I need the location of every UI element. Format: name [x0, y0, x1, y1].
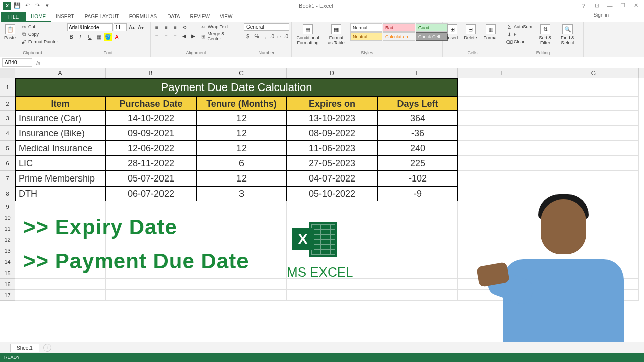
tab-file[interactable]: FILE — [1, 12, 26, 22]
wrap-text-button[interactable]: ↩Wrap Text — [199, 23, 239, 30]
cell[interactable] — [196, 234, 287, 245]
tab-review[interactable]: REVIEW — [185, 12, 214, 22]
cell[interactable] — [548, 97, 639, 111]
orientation-icon[interactable]: ⟲ — [180, 23, 188, 31]
add-sheet-button[interactable]: + — [43, 344, 51, 352]
close-icon[interactable]: ✕ — [630, 1, 642, 10]
align-right-icon[interactable]: ≡ — [171, 32, 179, 40]
sheet-tab-sheet1[interactable]: Sheet1 — [10, 344, 39, 352]
column-header-D[interactable]: D — [287, 68, 377, 78]
align-left-icon[interactable]: ≡ — [153, 32, 161, 40]
fill-button[interactable]: ⬇Fill — [505, 31, 533, 38]
column-header-A[interactable]: A — [15, 68, 106, 78]
decrease-font-icon[interactable]: A▾ — [137, 23, 145, 31]
decrease-decimal-icon[interactable]: ←.0 — [280, 32, 288, 40]
table-cell[interactable]: 6 — [196, 156, 287, 171]
cell[interactable] — [377, 245, 458, 256]
table-cell[interactable]: 12 — [196, 126, 287, 141]
column-header-C[interactable]: C — [196, 68, 287, 78]
row-header-16[interactable]: 16 — [0, 279, 15, 290]
select-all-corner[interactable] — [0, 68, 15, 78]
increase-decimal-icon[interactable]: .0→ — [271, 32, 279, 40]
row-header-4[interactable]: 4 — [0, 126, 15, 141]
row-header-10[interactable]: 10 — [0, 212, 15, 223]
table-header[interactable]: Tenure (Months) — [196, 97, 287, 111]
help-icon[interactable]: ? — [578, 1, 590, 10]
tab-insert[interactable]: INSERT — [51, 12, 79, 22]
cell[interactable] — [196, 223, 287, 234]
row-header-13[interactable]: 13 — [0, 245, 15, 256]
row-header-3[interactable]: 3 — [0, 111, 15, 126]
underline-button[interactable]: U — [86, 33, 94, 41]
table-cell[interactable]: 13-10-2023 — [287, 111, 377, 126]
table-cell[interactable]: 06-07-2022 — [106, 186, 196, 201]
fill-color-button[interactable]: 🪣 — [104, 33, 112, 41]
align-top-icon[interactable]: ≡ — [153, 23, 161, 31]
table-cell[interactable]: 28-11-2022 — [106, 156, 196, 171]
table-cell[interactable]: 05-07-2021 — [106, 171, 196, 186]
column-header-E[interactable]: E — [377, 68, 458, 78]
worksheet-grid[interactable]: ABCDEFG 1Payment Due Date Calculation2It… — [0, 68, 644, 350]
minimize-icon[interactable]: — — [604, 1, 616, 10]
table-cell[interactable]: 08-09-2022 — [287, 126, 377, 141]
cell[interactable] — [196, 212, 287, 223]
row-header-6[interactable]: 6 — [0, 156, 15, 171]
table-cell[interactable]: 3 — [196, 186, 287, 201]
column-header-F[interactable]: F — [458, 68, 548, 78]
ribbon-options-icon[interactable]: ⊡ — [591, 1, 603, 10]
row-header-14[interactable]: 14 — [0, 256, 15, 267]
row-header-11[interactable]: 11 — [0, 223, 15, 234]
cell[interactable] — [377, 256, 458, 267]
cell[interactable] — [458, 78, 548, 97]
table-header[interactable]: Expires on — [287, 97, 377, 111]
table-cell[interactable]: 240 — [377, 141, 458, 156]
table-cell[interactable]: 12 — [196, 171, 287, 186]
table-cell[interactable]: Insurance (Car) — [15, 111, 106, 126]
row-header-2[interactable]: 2 — [0, 97, 15, 111]
table-cell[interactable]: 14-10-2022 — [106, 111, 196, 126]
cell[interactable] — [106, 201, 196, 212]
number-format-select[interactable]: General — [244, 23, 289, 31]
font-name-select[interactable] — [67, 23, 113, 31]
cell[interactable] — [548, 126, 639, 141]
tab-view[interactable]: VIEW — [215, 12, 238, 22]
accounting-format-icon[interactable]: $ — [244, 32, 252, 40]
format-as-table-button[interactable]: ▦ Format as Table — [324, 23, 348, 46]
table-cell[interactable]: 12 — [196, 111, 287, 126]
cell[interactable] — [287, 279, 377, 290]
formula-input[interactable] — [45, 59, 644, 66]
insert-cells-button[interactable]: ⊞Insert — [445, 23, 460, 41]
find-select-button[interactable]: 🔍Find & Select — [557, 23, 578, 46]
align-center-icon[interactable]: ≡ — [162, 32, 170, 40]
cell[interactable] — [458, 126, 548, 141]
column-header-G[interactable]: G — [548, 68, 639, 78]
copy-button[interactable]: ⧉Copy — [20, 31, 59, 38]
row-header-8[interactable]: 8 — [0, 186, 15, 201]
indent-decrease-icon[interactable]: ◀ — [180, 32, 188, 40]
align-bottom-icon[interactable]: ≡ — [171, 23, 179, 31]
conditional-formatting-button[interactable]: ▤ Conditional Formatting — [294, 23, 322, 46]
cell[interactable] — [287, 290, 377, 301]
table-cell[interactable]: 11-06-2023 — [287, 141, 377, 156]
table-cell[interactable]: 27-05-2023 — [287, 156, 377, 171]
table-header[interactable]: Item — [15, 97, 106, 111]
table-cell[interactable]: 05-10-2022 — [287, 186, 377, 201]
table-cell[interactable]: Insurance (Bike) — [15, 126, 106, 141]
table-cell[interactable]: Medical Insurance — [15, 141, 106, 156]
cell[interactable] — [377, 223, 458, 234]
table-cell[interactable]: Prime Membership — [15, 171, 106, 186]
paste-button[interactable]: 📋 Paste — [2, 23, 18, 41]
format-cells-button[interactable]: ▥Format — [481, 23, 500, 41]
tab-formulas[interactable]: FORMULAS — [124, 12, 163, 22]
save-icon[interactable]: 💾 — [13, 2, 21, 10]
autosum-button[interactable]: ΣAutoSum — [505, 23, 533, 30]
comma-format-icon[interactable]: , — [262, 32, 270, 40]
delete-cells-button[interactable]: ⊟Delete — [462, 23, 479, 41]
row-header-12[interactable]: 12 — [0, 234, 15, 245]
cell[interactable] — [106, 290, 196, 301]
cell[interactable] — [377, 279, 458, 290]
name-box[interactable] — [2, 58, 32, 67]
tab-page-layout[interactable]: PAGE LAYOUT — [79, 12, 124, 22]
table-title[interactable]: Payment Due Date Calculation — [15, 78, 458, 97]
cell[interactable] — [548, 78, 639, 97]
